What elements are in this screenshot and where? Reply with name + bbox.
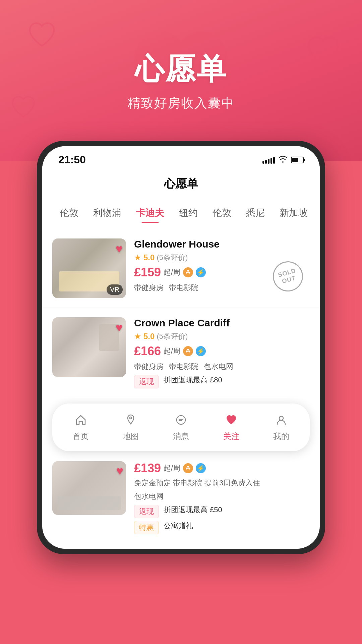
eco-badge-2: ☘	[183, 346, 193, 356]
nav-item-home[interactable]: 首页	[63, 410, 99, 445]
nav-item-follow[interactable]: 关注	[213, 410, 249, 445]
wifi-icon	[278, 155, 288, 165]
svg-point-4	[279, 416, 283, 420]
bg-subtitle: 精致好房收入囊中	[127, 95, 235, 112]
bg-header: 心愿单 精致好房收入囊中	[0, 0, 362, 161]
tab-london2[interactable]: 伦敦	[205, 204, 239, 222]
bg-title: 心愿单	[135, 49, 227, 89]
partial-listing-3[interactable]: ♥ £139 起/周 ☘ ⚡ 免定金预定 带电影院 提前3周免费入住 包水电网 …	[42, 454, 320, 538]
bolt-badge-1: ⚡	[196, 267, 206, 277]
partial-price-unit-3: 起/周	[164, 463, 180, 473]
price-1: £159	[134, 265, 161, 279]
bottom-nav: 首页 地图	[52, 404, 310, 451]
svg-point-0	[130, 417, 132, 419]
listing-card-2[interactable]: ♥ Crown Place Cardiff ★ 5.0 (5条评价) £166 …	[42, 308, 320, 398]
partial-image-wrap-3: ♥	[52, 461, 126, 534]
amenity-gym-1: 带健身房	[134, 283, 164, 293]
tab-sydney[interactable]: 悉尼	[239, 204, 272, 222]
price-row-2: £166 起/周 ☘ ⚡	[134, 344, 310, 358]
star-icon-2: ★	[134, 332, 141, 341]
promo-cashback-tag-2: 返现	[134, 375, 159, 388]
nav-item-map[interactable]: 地图	[113, 410, 149, 445]
nav-container: 首页 地图	[42, 398, 320, 454]
heart-deco-mid-left	[10, 94, 37, 121]
rating-score-2: 5.0	[143, 332, 155, 341]
tab-cardiff[interactable]: 卡迪夫	[129, 204, 172, 222]
price-unit-1: 起/周	[164, 267, 180, 277]
listing-image-wrap-2: ♥	[52, 317, 126, 388]
wishlist-heart-3[interactable]: ♥	[116, 464, 123, 478]
partial-amenities-line2-3: 包水电网	[134, 491, 310, 501]
partial-amenities-line1-3: 免定金预定 带电影院 提前3周免费入住	[134, 478, 310, 488]
listing-name-2: Crown Place Cardiff	[134, 317, 310, 329]
partial-info-3: £139 起/周 ☘ ⚡ 免定金预定 带电影院 提前3周免费入住 包水电网 返现…	[134, 461, 310, 534]
nav-item-message[interactable]: 消息	[163, 410, 199, 445]
page-title: 心愿单	[42, 176, 320, 192]
map-icon	[124, 414, 137, 428]
tab-liverpool[interactable]: 利物浦	[86, 204, 129, 222]
vr-badge-1: VR	[107, 284, 123, 295]
rating-score-1: 5.0	[143, 253, 155, 262]
follow-heart-icon	[225, 414, 238, 428]
listing-info-2: Crown Place Cardiff ★ 5.0 (5条评价) £166 起/…	[134, 317, 310, 388]
message-icon	[175, 414, 187, 428]
eco-badge-1: ☘	[183, 267, 193, 277]
signal-bars-icon	[262, 156, 275, 164]
listing-name-1: Glendower House	[134, 238, 310, 250]
partial-price-row-3: £139 起/周 ☘ ⚡	[134, 461, 310, 475]
listing-image-wrap-1: ♥ VR	[52, 238, 126, 298]
listing-card-1[interactable]: ♥ VR Glendower House ★ 5.0 (5条评价) £159 起…	[42, 229, 320, 308]
partial-discount-tag-3: 特惠	[134, 521, 159, 534]
partial-cashback-text-3: 拼团返现最高 £50	[164, 505, 222, 518]
heart-deco-top-left	[27, 20, 57, 50]
amenity-gym-2: 带健身房	[134, 362, 164, 372]
status-time: 21:50	[58, 154, 86, 166]
phone-container: 21:50	[0, 141, 362, 554]
status-bar: 21:50	[42, 146, 320, 169]
category-tabs[interactable]: 伦敦 利物浦 卡迪夫 纽约 伦敦 悉尼 新加坡	[42, 197, 320, 229]
tab-singapore[interactable]: 新加坡	[272, 204, 315, 222]
nav-label-mine: 我的	[273, 431, 289, 442]
nav-label-message: 消息	[173, 431, 189, 442]
wishlist-heart-1[interactable]: ♥	[116, 242, 123, 256]
promo-cashback-text-2: 拼团返现最高 £80	[164, 375, 222, 388]
bolt-badge-2: ⚡	[196, 346, 206, 356]
price-2: £166	[134, 344, 161, 358]
price-unit-2: 起/周	[164, 346, 180, 356]
partial-eco-badge-3: ☘	[183, 463, 193, 473]
rating-row-1: ★ 5.0 (5条评价)	[134, 253, 310, 263]
amenity-cinema-1: 带电影院	[169, 283, 198, 293]
home-icon	[74, 414, 87, 428]
amenity-utilities-2: 包水电网	[204, 362, 233, 372]
amenities-2: 带健身房 带电影院 包水电网	[134, 362, 310, 372]
heart-deco-top-right	[305, 34, 342, 70]
nav-item-mine[interactable]: 我的	[263, 410, 299, 445]
status-icons	[262, 155, 304, 165]
partial-discount-text-3: 公寓赠礼	[164, 521, 193, 534]
listing-info-1: Glendower House ★ 5.0 (5条评价) £159 起/周 ☘ …	[134, 238, 310, 298]
partial-promo-tags2-3: 特惠 公寓赠礼	[134, 521, 310, 534]
tab-london1[interactable]: 伦敦	[52, 204, 86, 222]
partial-promo-tags-3: 返现 拼团返现最高 £50	[134, 505, 310, 518]
promo-tags-2: 返现 拼团返现最高 £80	[134, 375, 310, 388]
partial-cashback-tag-3: 返现	[134, 505, 159, 518]
nav-label-follow: 关注	[223, 431, 239, 442]
svg-point-1	[177, 416, 185, 424]
tab-newyork[interactable]: 纽约	[172, 204, 205, 222]
amenity-cinema-2: 带电影院	[169, 362, 198, 372]
nav-label-map: 地图	[123, 431, 139, 442]
page-header: 心愿单	[42, 169, 320, 197]
phone-inner: 21:50	[42, 146, 320, 549]
partial-price-3: £139	[134, 461, 161, 475]
partial-bolt-badge-3: ⚡	[196, 463, 206, 473]
rating-row-2: ★ 5.0 (5条评价)	[134, 331, 310, 341]
rating-count-1: (5条评价)	[157, 253, 188, 263]
battery-icon	[291, 157, 304, 163]
star-icon-1: ★	[134, 253, 141, 262]
rating-count-2: (5条评价)	[157, 331, 188, 341]
mine-icon	[275, 414, 288, 428]
phone-outer: 21:50	[37, 141, 325, 554]
wishlist-heart-2[interactable]: ♥	[116, 321, 123, 335]
partial-image-3	[52, 461, 126, 515]
listing-image-2	[52, 317, 126, 377]
